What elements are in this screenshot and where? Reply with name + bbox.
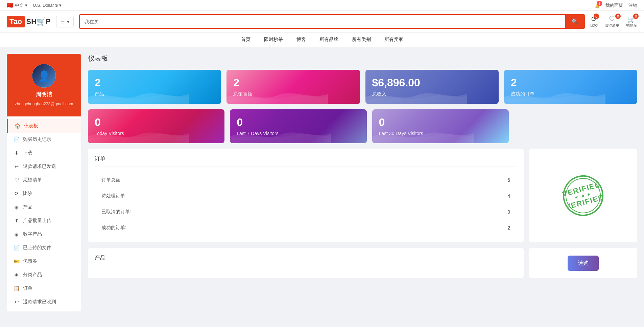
nav-home[interactable]: 首页 (241, 37, 251, 43)
lang-chevron-icon: ▾ (25, 3, 27, 8)
sidebar-item-label: 优惠券 (23, 258, 37, 264)
row2-spacer (514, 109, 637, 143)
currency-chevron-icon: ▾ (59, 3, 62, 8)
sidebar-item-wishlist[interactable]: ♡ 愿望清单 (7, 173, 81, 187)
nav-sellers[interactable]: 所有卖家 (384, 37, 403, 43)
sidebar-item-label: 愿望清单 (23, 177, 42, 183)
language-selector[interactable]: 🇨🇳 中文 ▾ (7, 2, 27, 8)
stat-card-sales: 2 总销售额 (226, 70, 360, 104)
main-content: 周明洁 zhengchenghao223@gmail.com 🏠 仪表板 📄 购… (0, 47, 644, 318)
category-icon: ◈ (14, 272, 20, 278)
avatar-image (32, 64, 56, 88)
sidebar-item-label: 退款请求已发送 (23, 164, 56, 170)
coupon-icon: 🎫 (14, 258, 20, 264)
flag-icon: 🇨🇳 (7, 2, 14, 8)
order-label-cancelled: 已取消的订单: (101, 209, 131, 215)
dashboard: 仪表板 2 产品 2 总销售额 $6,896.00 (81, 54, 637, 311)
navigation-bar: 首页 限时秒杀 博客 所有品牌 所有类别 所有卖家 (0, 32, 644, 47)
orders-panel-title: 订单 (95, 155, 517, 167)
logo[interactable]: Tao SH🛒P (7, 16, 51, 27)
home-icon: 🏠 (15, 123, 21, 129)
sidebar-profile: 周明洁 zhengchenghao223@gmail.com (7, 54, 81, 116)
verified-text-bottom: VERIFIED (565, 193, 605, 212)
refund-sent-icon: ↩ (14, 164, 20, 170)
page-title: 仪表板 (88, 54, 637, 63)
profile-name: 周明洁 (36, 91, 52, 98)
select-button[interactable]: 选购 (568, 256, 599, 271)
order-row-total: 订单总额: 6 (95, 172, 517, 188)
sidebar-item-digital-products[interactable]: ◈ 数字产品 (7, 227, 81, 241)
nav-brands[interactable]: 所有品牌 (319, 37, 338, 43)
sidebar-item-category-products[interactable]: ◈ 分类产品 (7, 268, 81, 282)
sidebar-item-compare[interactable]: ⟳ 比较 (7, 187, 81, 200)
menu-toggle-button[interactable]: ☰ ▾ (56, 16, 74, 27)
sidebar-item-purchase-history[interactable]: 📄 购买历史记录 (7, 133, 81, 146)
sidebar-item-coupons[interactable]: 🎫 优惠券 (7, 255, 81, 268)
order-label-successful: 成功的订单: (101, 225, 126, 231)
wishlist-action[interactable]: ♡ 0 愿望清单 (604, 15, 619, 28)
verified-text-top: VERIFIED (561, 180, 602, 199)
compare-action[interactable]: ⟳ 0 比较 (590, 15, 598, 28)
top-bar-left: 🇨🇳 中文 ▾ U.S. Dollar $ ▾ (7, 2, 62, 8)
nav-flash-sale[interactable]: 限时秒杀 (264, 37, 283, 43)
currency-selector[interactable]: U.S. Dollar $ ▾ (33, 3, 62, 8)
stat-card-successful-orders: 2 成功的订单 (504, 70, 637, 104)
products-panel-title: 产品 (95, 255, 517, 266)
sidebar-item-label: 退款请求已收到 (23, 299, 56, 305)
nav-categories[interactable]: 所有类别 (352, 37, 371, 43)
logout-link[interactable]: 注销 (628, 2, 637, 8)
verified-stamp: VERIFIED ★ ★ ★ VERIFIED (558, 171, 608, 220)
cart-label: 购物车 (626, 23, 637, 28)
profile-email: zhengchenghao223@gmail.com (15, 102, 73, 106)
sidebar-item-dashboard[interactable]: 🏠 仪表板 (7, 119, 81, 133)
file-icon: 📄 (14, 245, 20, 251)
sidebar-item-refund-received[interactable]: ↩ 退款请求已收到 (7, 295, 81, 309)
products-bottom: 产品 选购 (88, 248, 637, 278)
sidebar-item-download[interactable]: ⬇ 下载 (7, 146, 81, 160)
sidebar-item-label: 订单 (23, 285, 32, 291)
verified-panel: VERIFIED ★ ★ ★ VERIFIED (529, 149, 637, 242)
order-value-pending: 4 (507, 193, 510, 199)
stat-card-revenue: $6,896.00 总收入 (365, 70, 499, 104)
cart-action[interactable]: 🛒 0 购物车 (626, 15, 637, 28)
search-bar: 🔍 (79, 14, 585, 29)
search-input[interactable] (80, 16, 565, 28)
sidebar-menu: 🏠 仪表板 📄 购买历史记录 ⬇ 下载 ↩ 退款请求已发送 ♡ 愿望清单 ⟳ 比 (7, 116, 81, 311)
top-bar: 🇨🇳 中文 ▾ U.S. Dollar $ ▾ 🔔 1 我的面板 注销 (0, 0, 644, 11)
my-panel-link[interactable]: 我的面板 (605, 2, 623, 8)
search-button[interactable]: 🔍 (565, 15, 584, 28)
orders-icon: 📋 (14, 285, 20, 291)
select-panel: 选购 (529, 248, 637, 278)
sidebar-item-products[interactable]: ◈ 产品 (7, 200, 81, 214)
order-row-cancelled: 已取消的订单: 0 (95, 204, 517, 220)
sidebar-item-refund-sent[interactable]: ↩ 退款请求已发送 (7, 160, 81, 173)
sidebar-item-label: 已上传的文件 (23, 245, 51, 251)
download-icon: ⬇ (14, 150, 20, 156)
order-value-cancelled: 0 (507, 209, 510, 215)
language-label: 中文 (15, 2, 24, 8)
sidebar-item-orders[interactable]: 📋 订单 (7, 282, 81, 295)
verified-text-mid: ★ ★ ★ (574, 191, 592, 200)
order-value-successful: 2 (507, 225, 510, 231)
sidebar-item-label: 数字产品 (23, 231, 42, 237)
menu-chevron-icon: ▾ (67, 19, 69, 24)
order-value-total: 6 (507, 177, 510, 183)
compare-label: 比较 (590, 23, 598, 28)
header-actions: ⟳ 0 比较 ♡ 0 愿望清单 🛒 0 购物车 (590, 15, 637, 28)
search-icon: 🔍 (571, 19, 578, 24)
compare-sidebar-icon: ⟳ (14, 191, 20, 197)
sidebar: 周明洁 zhengchenghao223@gmail.com 🏠 仪表板 📄 购… (7, 54, 81, 311)
nav-blog[interactable]: 博客 (296, 37, 306, 43)
sidebar-item-uploaded-files[interactable]: 📄 已上传的文件 (7, 241, 81, 255)
products-icon: ◈ (14, 204, 20, 210)
stat-card-products: 2 产品 (88, 70, 221, 104)
order-label-total: 订单总额: (101, 177, 122, 183)
notification-button[interactable]: 🔔 1 (595, 3, 600, 8)
sidebar-item-label: 购买历史记录 (23, 136, 51, 143)
heart-icon: ♡ (609, 15, 615, 23)
cart-badge: 0 (633, 14, 639, 19)
refund-received-icon: ↩ (14, 299, 20, 305)
sidebar-item-bulk-upload[interactable]: ⬆ 产品批量上传 (7, 214, 81, 227)
logo-tao: Tao (7, 16, 25, 27)
sidebar-item-label: 仪表板 (24, 123, 38, 129)
